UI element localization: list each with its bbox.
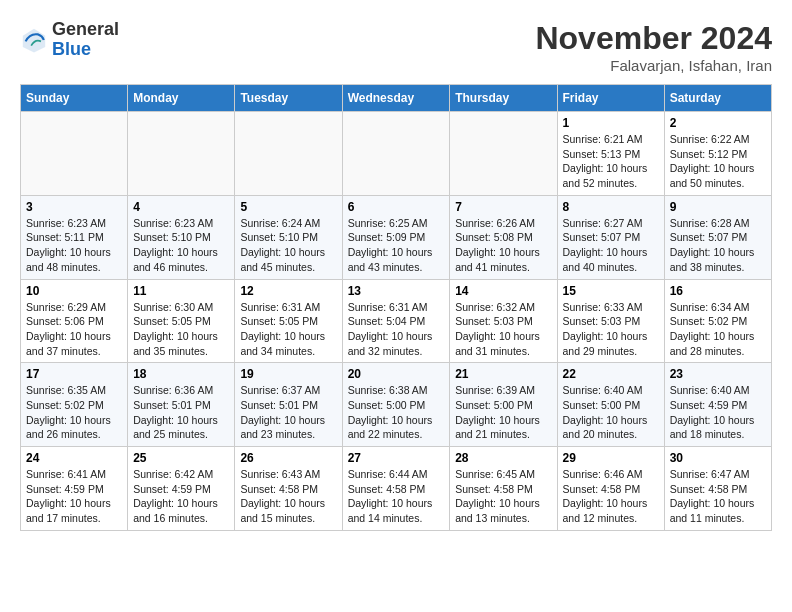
calendar-cell: 21Sunrise: 6:39 AM Sunset: 5:00 PM Dayli… [450, 363, 557, 447]
day-number: 26 [240, 451, 336, 465]
day-number: 6 [348, 200, 445, 214]
page-header: General Blue November 2024 Falavarjan, I… [20, 20, 772, 74]
calendar-cell: 28Sunrise: 6:45 AM Sunset: 4:58 PM Dayli… [450, 447, 557, 531]
day-info: Sunrise: 6:28 AM Sunset: 5:07 PM Dayligh… [670, 216, 766, 275]
calendar-cell: 14Sunrise: 6:32 AM Sunset: 5:03 PM Dayli… [450, 279, 557, 363]
day-number: 3 [26, 200, 122, 214]
day-number: 14 [455, 284, 551, 298]
calendar-cell: 17Sunrise: 6:35 AM Sunset: 5:02 PM Dayli… [21, 363, 128, 447]
calendar-week-row: 24Sunrise: 6:41 AM Sunset: 4:59 PM Dayli… [21, 447, 772, 531]
day-number: 9 [670, 200, 766, 214]
location: Falavarjan, Isfahan, Iran [535, 57, 772, 74]
day-number: 2 [670, 116, 766, 130]
calendar-cell: 10Sunrise: 6:29 AM Sunset: 5:06 PM Dayli… [21, 279, 128, 363]
calendar-cell: 7Sunrise: 6:26 AM Sunset: 5:08 PM Daylig… [450, 195, 557, 279]
day-info: Sunrise: 6:32 AM Sunset: 5:03 PM Dayligh… [455, 300, 551, 359]
calendar-cell: 8Sunrise: 6:27 AM Sunset: 5:07 PM Daylig… [557, 195, 664, 279]
day-info: Sunrise: 6:24 AM Sunset: 5:10 PM Dayligh… [240, 216, 336, 275]
calendar-cell: 29Sunrise: 6:46 AM Sunset: 4:58 PM Dayli… [557, 447, 664, 531]
day-info: Sunrise: 6:34 AM Sunset: 5:02 PM Dayligh… [670, 300, 766, 359]
calendar-cell [235, 112, 342, 196]
day-number: 11 [133, 284, 229, 298]
day-info: Sunrise: 6:25 AM Sunset: 5:09 PM Dayligh… [348, 216, 445, 275]
calendar-week-row: 1Sunrise: 6:21 AM Sunset: 5:13 PM Daylig… [21, 112, 772, 196]
day-info: Sunrise: 6:23 AM Sunset: 5:10 PM Dayligh… [133, 216, 229, 275]
day-info: Sunrise: 6:47 AM Sunset: 4:58 PM Dayligh… [670, 467, 766, 526]
day-number: 27 [348, 451, 445, 465]
title-block: November 2024 Falavarjan, Isfahan, Iran [535, 20, 772, 74]
calendar-cell: 1Sunrise: 6:21 AM Sunset: 5:13 PM Daylig… [557, 112, 664, 196]
day-number: 23 [670, 367, 766, 381]
day-info: Sunrise: 6:30 AM Sunset: 5:05 PM Dayligh… [133, 300, 229, 359]
calendar-cell [450, 112, 557, 196]
calendar-cell: 19Sunrise: 6:37 AM Sunset: 5:01 PM Dayli… [235, 363, 342, 447]
calendar-cell: 4Sunrise: 6:23 AM Sunset: 5:10 PM Daylig… [128, 195, 235, 279]
calendar-cell: 23Sunrise: 6:40 AM Sunset: 4:59 PM Dayli… [664, 363, 771, 447]
calendar-week-row: 10Sunrise: 6:29 AM Sunset: 5:06 PM Dayli… [21, 279, 772, 363]
day-number: 7 [455, 200, 551, 214]
day-info: Sunrise: 6:22 AM Sunset: 5:12 PM Dayligh… [670, 132, 766, 191]
calendar-cell: 30Sunrise: 6:47 AM Sunset: 4:58 PM Dayli… [664, 447, 771, 531]
day-info: Sunrise: 6:45 AM Sunset: 4:58 PM Dayligh… [455, 467, 551, 526]
calendar-cell: 22Sunrise: 6:40 AM Sunset: 5:00 PM Dayli… [557, 363, 664, 447]
calendar-cell [342, 112, 450, 196]
day-number: 24 [26, 451, 122, 465]
day-number: 18 [133, 367, 229, 381]
calendar-cell: 3Sunrise: 6:23 AM Sunset: 5:11 PM Daylig… [21, 195, 128, 279]
day-info: Sunrise: 6:35 AM Sunset: 5:02 PM Dayligh… [26, 383, 122, 442]
calendar-cell: 9Sunrise: 6:28 AM Sunset: 5:07 PM Daylig… [664, 195, 771, 279]
day-number: 17 [26, 367, 122, 381]
day-number: 21 [455, 367, 551, 381]
day-number: 13 [348, 284, 445, 298]
weekday-header-cell: Tuesday [235, 85, 342, 112]
calendar-cell: 26Sunrise: 6:43 AM Sunset: 4:58 PM Dayli… [235, 447, 342, 531]
logo: General Blue [20, 20, 119, 60]
month-title: November 2024 [535, 20, 772, 57]
day-number: 20 [348, 367, 445, 381]
day-number: 15 [563, 284, 659, 298]
weekday-header-cell: Monday [128, 85, 235, 112]
day-number: 5 [240, 200, 336, 214]
calendar-table: SundayMondayTuesdayWednesdayThursdayFrid… [20, 84, 772, 531]
day-info: Sunrise: 6:42 AM Sunset: 4:59 PM Dayligh… [133, 467, 229, 526]
day-number: 29 [563, 451, 659, 465]
day-number: 28 [455, 451, 551, 465]
day-info: Sunrise: 6:27 AM Sunset: 5:07 PM Dayligh… [563, 216, 659, 275]
day-number: 16 [670, 284, 766, 298]
calendar-cell [21, 112, 128, 196]
calendar-cell: 5Sunrise: 6:24 AM Sunset: 5:10 PM Daylig… [235, 195, 342, 279]
calendar-cell [128, 112, 235, 196]
day-number: 30 [670, 451, 766, 465]
calendar-header-row: SundayMondayTuesdayWednesdayThursdayFrid… [21, 85, 772, 112]
day-number: 10 [26, 284, 122, 298]
calendar-cell: 15Sunrise: 6:33 AM Sunset: 5:03 PM Dayli… [557, 279, 664, 363]
calendar-cell: 11Sunrise: 6:30 AM Sunset: 5:05 PM Dayli… [128, 279, 235, 363]
day-info: Sunrise: 6:33 AM Sunset: 5:03 PM Dayligh… [563, 300, 659, 359]
day-number: 22 [563, 367, 659, 381]
day-info: Sunrise: 6:40 AM Sunset: 4:59 PM Dayligh… [670, 383, 766, 442]
day-info: Sunrise: 6:37 AM Sunset: 5:01 PM Dayligh… [240, 383, 336, 442]
calendar-cell: 20Sunrise: 6:38 AM Sunset: 5:00 PM Dayli… [342, 363, 450, 447]
logo-icon [20, 26, 48, 54]
day-info: Sunrise: 6:31 AM Sunset: 5:05 PM Dayligh… [240, 300, 336, 359]
day-info: Sunrise: 6:43 AM Sunset: 4:58 PM Dayligh… [240, 467, 336, 526]
weekday-header-cell: Thursday [450, 85, 557, 112]
day-info: Sunrise: 6:29 AM Sunset: 5:06 PM Dayligh… [26, 300, 122, 359]
calendar-cell: 13Sunrise: 6:31 AM Sunset: 5:04 PM Dayli… [342, 279, 450, 363]
logo-text: General Blue [52, 20, 119, 60]
calendar-cell: 18Sunrise: 6:36 AM Sunset: 5:01 PM Dayli… [128, 363, 235, 447]
weekday-header-cell: Friday [557, 85, 664, 112]
calendar-cell: 2Sunrise: 6:22 AM Sunset: 5:12 PM Daylig… [664, 112, 771, 196]
calendar-cell: 27Sunrise: 6:44 AM Sunset: 4:58 PM Dayli… [342, 447, 450, 531]
day-number: 4 [133, 200, 229, 214]
day-info: Sunrise: 6:41 AM Sunset: 4:59 PM Dayligh… [26, 467, 122, 526]
weekday-header-cell: Saturday [664, 85, 771, 112]
day-number: 19 [240, 367, 336, 381]
calendar-body: 1Sunrise: 6:21 AM Sunset: 5:13 PM Daylig… [21, 112, 772, 531]
day-info: Sunrise: 6:38 AM Sunset: 5:00 PM Dayligh… [348, 383, 445, 442]
day-number: 12 [240, 284, 336, 298]
calendar-cell: 24Sunrise: 6:41 AM Sunset: 4:59 PM Dayli… [21, 447, 128, 531]
calendar-week-row: 3Sunrise: 6:23 AM Sunset: 5:11 PM Daylig… [21, 195, 772, 279]
calendar-week-row: 17Sunrise: 6:35 AM Sunset: 5:02 PM Dayli… [21, 363, 772, 447]
day-info: Sunrise: 6:40 AM Sunset: 5:00 PM Dayligh… [563, 383, 659, 442]
